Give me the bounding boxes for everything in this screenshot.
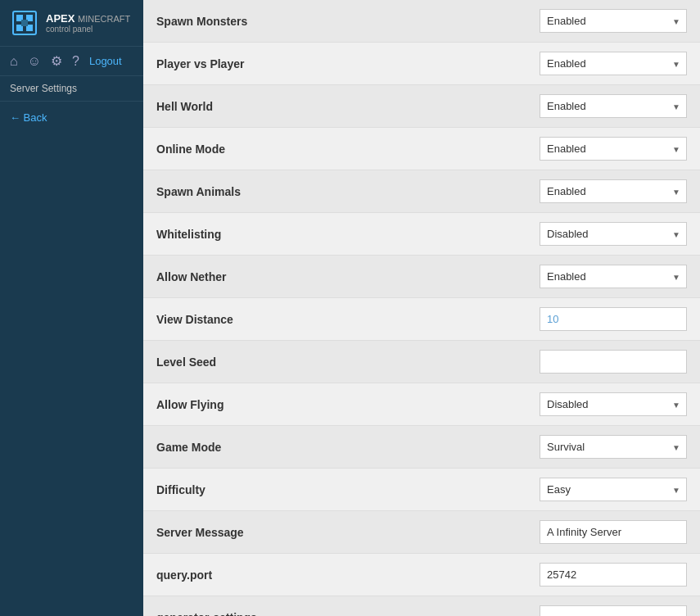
setting-label-generator-settings: generator-settings: [156, 611, 540, 617]
input-level-seed[interactable]: [540, 350, 687, 374]
select-spawn-monsters[interactable]: EnabledDisabled: [540, 9, 687, 33]
settings-row: WhitelistingEnabledDisabled: [143, 213, 700, 256]
setting-label-hell-world: Hell World: [156, 100, 540, 113]
main-content: Spawn MonstersEnabledDisabledPlayer vs P…: [143, 0, 700, 616]
select-wrapper: EasyNormalHardPeaceful: [540, 478, 687, 501]
select-wrapper: EnabledDisabled: [540, 392, 687, 416]
logo-icon: [10, 8, 39, 38]
svg-rect-6: [21, 20, 28, 26]
home-icon[interactable]: ⌂: [10, 54, 18, 69]
settings-row: DifficultyEasyNormalHardPeaceful: [143, 469, 700, 511]
setting-label-spawn-monsters: Spawn Monsters: [156, 15, 540, 28]
settings-row: View Distance: [143, 298, 700, 341]
setting-label-whitelisting: Whitelisting: [156, 228, 540, 241]
settings-row: Server Message: [143, 511, 700, 554]
select-allow-flying[interactable]: EnabledDisabled: [540, 392, 687, 416]
select-online-mode[interactable]: EnabledDisabled: [540, 137, 687, 161]
input-generator-settings[interactable]: [540, 605, 687, 616]
select-game-mode[interactable]: SurvivalCreativeAdventureSpectator: [540, 435, 687, 459]
settings-row: Allow NetherEnabledDisabled: [143, 256, 700, 298]
settings-row: Spawn AnimalsEnabledDisabled: [143, 170, 700, 213]
select-wrapper: SurvivalCreativeAdventureSpectator: [540, 435, 687, 459]
select-spawn-animals[interactable]: EnabledDisabled: [540, 179, 687, 203]
setting-label-player-vs-player: Player vs Player: [156, 57, 540, 70]
select-wrapper: EnabledDisabled: [540, 179, 687, 203]
select-wrapper: EnabledDisabled: [540, 52, 687, 75]
select-difficulty[interactable]: EasyNormalHardPeaceful: [540, 478, 687, 501]
settings-row: Level Seed: [143, 341, 700, 383]
setting-label-view-distance: View Distance: [156, 313, 540, 326]
setting-label-level-seed: Level Seed: [156, 356, 540, 369]
product-name: MINECRAFT: [78, 14, 130, 24]
setting-label-server-message: Server Message: [156, 526, 540, 539]
sidebar: APEX MINECRAFT control panel ⌂ ☺ ⚙ ? Log…: [0, 0, 143, 616]
select-wrapper: EnabledDisabled: [540, 222, 687, 246]
product-sub: control panel: [46, 25, 130, 34]
setting-label-allow-flying: Allow Flying: [156, 398, 540, 411]
back-button[interactable]: ← Back: [0, 102, 143, 134]
user-icon[interactable]: ☺: [28, 54, 41, 69]
select-wrapper: EnabledDisabled: [540, 9, 687, 33]
select-hell-world[interactable]: EnabledDisabled: [540, 94, 687, 118]
logout-link[interactable]: Logout: [89, 55, 122, 67]
setting-label-spawn-animals: Spawn Animals: [156, 185, 540, 198]
select-allow-nether[interactable]: EnabledDisabled: [540, 265, 687, 288]
setting-label-allow-nether: Allow Nether: [156, 270, 540, 283]
input-server-message[interactable]: [540, 520, 687, 544]
settings-row: Game ModeSurvivalCreativeAdventureSpecta…: [143, 426, 700, 469]
setting-label-query.port: query.port: [156, 568, 540, 582]
logo-text-block: APEX MINECRAFT control panel: [46, 12, 130, 34]
settings-row: Spawn MonstersEnabledDisabled: [143, 0, 700, 43]
settings-table: Spawn MonstersEnabledDisabledPlayer vs P…: [143, 0, 700, 616]
select-wrapper: EnabledDisabled: [540, 137, 687, 161]
settings-icon[interactable]: ⚙: [51, 53, 62, 69]
setting-label-online-mode: Online Mode: [156, 143, 540, 156]
settings-row: Player vs PlayerEnabledDisabled: [143, 43, 700, 85]
help-icon[interactable]: ?: [72, 54, 79, 69]
setting-label-difficulty: Difficulty: [156, 483, 540, 496]
settings-row: Allow FlyingEnabledDisabled: [143, 383, 700, 426]
settings-row: Hell WorldEnabledDisabled: [143, 85, 700, 128]
settings-row: generator-settings: [143, 596, 700, 616]
section-title: Server Settings: [0, 76, 143, 102]
input-view-distance[interactable]: [540, 307, 687, 331]
input-query-port[interactable]: [540, 563, 687, 587]
select-whitelisting[interactable]: EnabledDisabled: [540, 222, 687, 246]
select-player-vs-player[interactable]: EnabledDisabled: [540, 52, 687, 75]
select-wrapper: EnabledDisabled: [540, 94, 687, 118]
settings-row: Online ModeEnabledDisabled: [143, 128, 700, 170]
brand-name: APEX MINECRAFT: [46, 12, 130, 25]
sidebar-nav-icons: ⌂ ☺ ⚙ ? Logout: [0, 47, 143, 76]
settings-row: query.port: [143, 554, 700, 596]
setting-label-game-mode: Game Mode: [156, 441, 540, 454]
logo-area: APEX MINECRAFT control panel: [0, 0, 143, 47]
select-wrapper: EnabledDisabled: [540, 265, 687, 288]
